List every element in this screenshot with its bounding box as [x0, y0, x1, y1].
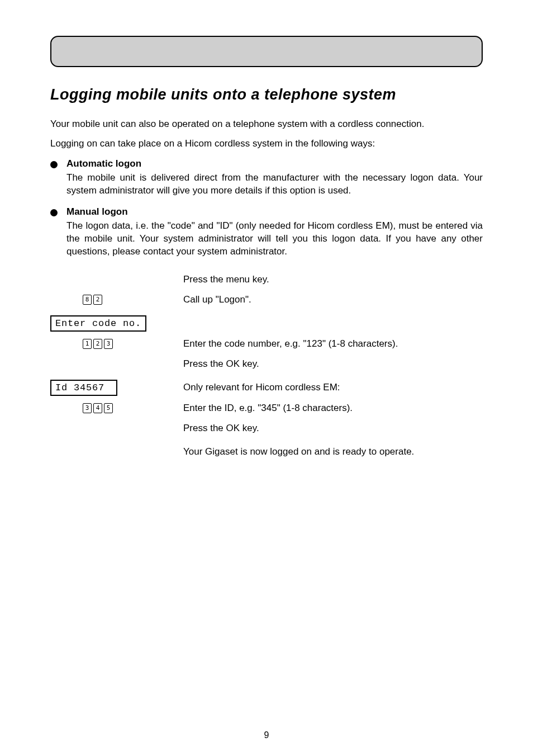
- bullet-text: The mobile unit is delivered direct from…: [66, 172, 483, 197]
- step-call-logon: 8 2 Call up "Logon".: [50, 292, 483, 308]
- bullet-dot-icon: [50, 161, 58, 168]
- bullet-list: Automatic logon The mobile unit is deliv…: [50, 158, 483, 258]
- steps-block: Press the menu key. 8 2 Call up "Logon".…: [50, 272, 483, 460]
- bullet-item-manual: Manual logon The logon data, i.e. the "c…: [50, 206, 483, 258]
- keypad-8-icon: 8: [83, 295, 92, 305]
- step-press-ok-2: Press the OK key.: [50, 420, 483, 436]
- page-number: 9: [0, 730, 533, 740]
- step-text: Call up "Logon".: [173, 294, 483, 305]
- step-text: Press the OK key.: [173, 423, 483, 434]
- step-text: Your Gigaset is now logged on and is rea…: [173, 446, 483, 457]
- keypad-1-icon: 1: [83, 339, 92, 349]
- display-enter-code: Enter code no.: [50, 315, 146, 332]
- keypad-2-icon: 2: [93, 339, 102, 349]
- bullet-item-automatic: Automatic logon The mobile unit is deliv…: [50, 158, 483, 197]
- page-title: Logging mobile units onto a telephone sy…: [50, 86, 483, 103]
- step-final: Your Gigaset is now logged on and is rea…: [50, 444, 483, 460]
- display-id: Id 34567: [50, 380, 117, 396]
- step-enter-id: 3 4 5 Enter the ID, e.g. "345" (1-8 char…: [50, 400, 483, 416]
- step-text: Enter the code number, e.g. "123" (1-8 c…: [173, 338, 483, 349]
- step-press-ok-1: Press the OK key.: [50, 356, 483, 372]
- step-text: Press the OK key.: [173, 358, 483, 370]
- keypad-3-icon: 3: [83, 403, 92, 413]
- step-enter-code: 1 2 3 Enter the code number, e.g. "123" …: [50, 336, 483, 352]
- keypad-3-icon: 3: [104, 339, 113, 349]
- bullet-dot-icon: [50, 209, 58, 216]
- key-sequence-id: 3 4 5: [83, 403, 113, 413]
- intro-paragraph-2: Logging on can take place on a Hicom cor…: [50, 138, 483, 150]
- bullet-text: The logon data, i.e. the "code" and "ID"…: [66, 220, 483, 258]
- keypad-5-icon: 5: [104, 403, 113, 413]
- step-display-id: Id 34567 Only relevant for Hicom cordles…: [50, 380, 483, 396]
- step-press-menu: Press the menu key.: [50, 272, 483, 287]
- step-text: Only relevant for Hicom cordless EM:: [173, 382, 483, 393]
- keypad-2-icon: 2: [93, 295, 102, 305]
- step-text: Enter the ID, e.g. "345" (1-8 characters…: [173, 403, 483, 414]
- keypad-4-icon: 4: [93, 403, 102, 413]
- step-text: Press the menu key.: [173, 274, 483, 285]
- step-display-enter-code: Enter code no.: [50, 315, 483, 332]
- bullet-title: Automatic logon: [66, 158, 483, 169]
- header-box: Putting into Service: [50, 36, 483, 67]
- intro-paragraph-1: Your mobile unit can also be operated on…: [50, 118, 483, 131]
- key-sequence-code: 1 2 3: [83, 339, 113, 349]
- key-sequence-logon: 8 2: [83, 295, 102, 305]
- bullet-title: Manual logon: [66, 206, 483, 218]
